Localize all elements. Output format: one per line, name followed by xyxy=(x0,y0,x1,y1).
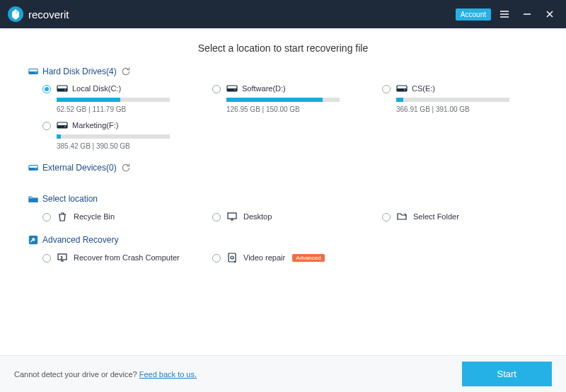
svg-rect-5 xyxy=(57,88,67,91)
drive-name: CS(E:) xyxy=(412,84,435,93)
location-desktop[interactable]: Desktop xyxy=(212,211,368,222)
advanced-grid: Recover from Crash Computer Video repair… xyxy=(28,252,538,263)
section-hard-disk-header: Hard Disk Drives(4) xyxy=(28,67,538,76)
radio-drive-c[interactable] xyxy=(42,85,51,93)
section-external-header: External Devices(0) xyxy=(28,163,538,173)
location-label: Select Folder xyxy=(413,212,459,221)
footer-msg: Cannot detect your drive or device? xyxy=(14,370,139,379)
page-title: Select a location to start recovering fi… xyxy=(28,42,538,54)
radio-video-repair[interactable] xyxy=(212,254,221,263)
location-label: Recycle Bin xyxy=(74,212,115,221)
brand-text: recoverit xyxy=(28,8,69,21)
drive-local-c[interactable]: Local Disk(C:) 62.52 GB | 111.79 GB xyxy=(42,83,198,113)
section-label: Select location xyxy=(42,194,98,204)
footer: Cannot detect your drive or device? Feed… xyxy=(0,355,566,392)
section-select-location-header: Select location xyxy=(28,194,538,204)
svg-rect-19 xyxy=(29,198,37,202)
usage-bar xyxy=(226,98,340,102)
start-button[interactable]: Start xyxy=(462,362,552,386)
advanced-video-repair[interactable]: Video repair Advanced xyxy=(212,252,368,263)
svg-point-6 xyxy=(64,89,65,90)
titlebar: recoverit Account xyxy=(0,0,566,28)
drive-stats: 366.91 GB | 391.00 GB xyxy=(396,105,538,113)
recycle-bin-icon xyxy=(57,211,68,222)
drive-marketing-f[interactable]: Marketing(F:) 385.42 GB | 390.50 GB xyxy=(42,120,198,150)
drives-grid: Local Disk(C:) 62.52 GB | 111.79 GB Soft… xyxy=(28,83,538,150)
advanced-label: Recover from Crash Computer xyxy=(74,253,180,262)
minimize-icon[interactable] xyxy=(518,5,536,23)
svg-rect-20 xyxy=(228,213,236,219)
svg-rect-23 xyxy=(229,253,236,262)
svg-rect-17 xyxy=(29,168,37,171)
footer-text: Cannot detect your drive or device? Feed… xyxy=(14,370,197,379)
drive-stats: 385.42 GB | 390.50 GB xyxy=(57,142,198,150)
disk-icon xyxy=(57,83,68,93)
account-button[interactable]: Account xyxy=(456,8,491,21)
radio-drive-f[interactable] xyxy=(42,122,51,130)
svg-rect-8 xyxy=(227,88,237,91)
radio-drive-e[interactable] xyxy=(382,85,391,93)
drive-name: Software(D:) xyxy=(242,84,286,93)
content-area: Select a location to start recovering fi… xyxy=(0,28,566,355)
advanced-badge: Advanced xyxy=(292,254,325,262)
radio-select-folder[interactable] xyxy=(382,213,391,221)
disk-icon xyxy=(226,83,238,93)
svg-point-12 xyxy=(404,89,405,90)
drive-stats: 126.95 GB | 150.00 GB xyxy=(226,105,368,113)
usage-bar xyxy=(57,134,170,139)
svg-rect-14 xyxy=(57,125,67,128)
section-label: External Devices(0) xyxy=(42,163,117,173)
usage-bar xyxy=(396,98,509,102)
location-select-folder[interactable]: Select Folder xyxy=(382,211,538,222)
menu-icon[interactable] xyxy=(495,5,514,23)
disk-icon xyxy=(396,83,408,93)
advanced-crash-computer[interactable]: Recover from Crash Computer xyxy=(42,252,198,263)
disk-icon xyxy=(57,120,68,130)
svg-rect-22 xyxy=(58,254,67,260)
location-grid: Recycle Bin Desktop Select Folder xyxy=(28,211,538,222)
feedback-link[interactable]: Feed back to us. xyxy=(139,370,197,379)
radio-crash-computer[interactable] xyxy=(42,254,51,263)
drive-cs-e[interactable]: CS(E:) 366.91 GB | 391.00 GB xyxy=(382,83,538,113)
crash-icon xyxy=(57,252,68,263)
location-recycle-bin[interactable]: Recycle Bin xyxy=(42,211,198,222)
close-icon[interactable] xyxy=(541,5,559,23)
radio-desktop[interactable] xyxy=(212,213,221,221)
folder-section-icon xyxy=(28,194,38,204)
section-advanced-header: Advanced Recovery xyxy=(28,235,538,245)
app-logo: recoverit xyxy=(7,6,69,23)
drive-section-icon xyxy=(28,67,38,76)
radio-recycle-bin[interactable] xyxy=(42,213,51,221)
logo-icon xyxy=(7,6,24,23)
svg-point-15 xyxy=(64,126,65,127)
video-repair-icon xyxy=(226,252,238,263)
svg-point-24 xyxy=(231,256,233,259)
drive-software-d[interactable]: Software(D:) 126.95 GB | 150.00 GB xyxy=(212,83,368,113)
svg-point-18 xyxy=(35,168,36,169)
section-label: Hard Disk Drives(4) xyxy=(42,67,117,76)
svg-point-3 xyxy=(35,72,36,73)
refresh-icon[interactable] xyxy=(121,163,131,173)
svg-rect-11 xyxy=(397,88,407,91)
location-label: Desktop xyxy=(243,212,272,221)
advanced-label: Video repair xyxy=(243,253,285,262)
external-section-icon xyxy=(28,163,38,173)
desktop-icon xyxy=(226,211,238,222)
folder-icon xyxy=(396,211,408,222)
section-label: Advanced Recovery xyxy=(42,235,118,245)
drive-name: Local Disk(C:) xyxy=(72,84,121,93)
wrench-section-icon xyxy=(28,235,38,245)
radio-drive-d[interactable] xyxy=(212,85,221,93)
svg-rect-2 xyxy=(29,71,37,74)
drive-stats: 62.52 GB | 111.79 GB xyxy=(57,105,198,113)
app-window: recoverit Account Select a location to s… xyxy=(0,0,566,392)
drive-name: Marketing(F:) xyxy=(72,121,118,129)
svg-point-9 xyxy=(234,89,235,90)
refresh-icon[interactable] xyxy=(121,67,131,76)
usage-bar xyxy=(57,98,170,102)
